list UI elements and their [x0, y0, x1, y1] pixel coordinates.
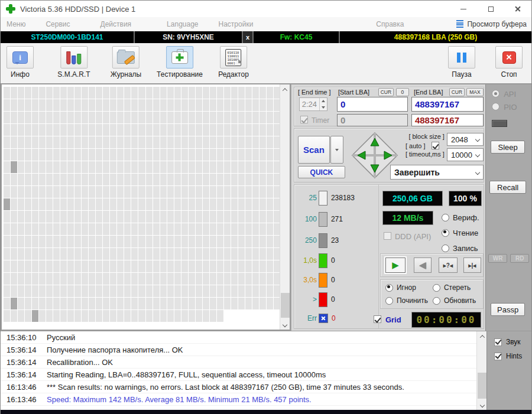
spinner-arrows[interactable]	[319, 98, 327, 110]
scan-block	[117, 211, 124, 223]
grid-checkbox[interactable]	[374, 315, 381, 323]
hints-checkbox-row[interactable]: Hints	[494, 352, 522, 360]
device-detach-button[interactable]: x	[243, 31, 254, 43]
buffer-view-button[interactable]: Просмотр буфера	[456, 20, 527, 28]
scan-block	[46, 124, 53, 136]
end-time-spinner[interactable]: 2:24	[299, 97, 327, 111]
scan-block	[53, 112, 60, 123]
scan-block	[96, 136, 102, 148]
test-tool-button[interactable]: Тестирование	[157, 46, 203, 79]
sound-checkbox-row[interactable]: Звук	[494, 338, 521, 346]
action-radio-1[interactable]: Стереть	[433, 283, 471, 292]
menu-item-0[interactable]: Меню	[7, 20, 25, 28]
scan-block	[217, 298, 223, 309]
scan-block	[89, 186, 95, 198]
scan-block	[18, 248, 24, 260]
end-lba-label: [End LBA]	[414, 89, 443, 96]
stat-row-250: 25023	[294, 233, 339, 248]
action-radio-0[interactable]: Игнор	[385, 283, 416, 292]
scan-block	[252, 186, 259, 198]
info-tool-button[interactable]: i Инфо	[7, 46, 34, 79]
scan-block	[259, 161, 266, 173]
auto-checkbox[interactable]	[432, 142, 439, 149]
start-zero-button[interactable]: 0	[396, 88, 409, 96]
hints-checkbox[interactable]	[494, 353, 502, 360]
scan-block	[210, 223, 216, 235]
block-size-combo[interactable]: 2048	[447, 133, 484, 146]
action-radio-3[interactable]: Обновить	[433, 296, 476, 305]
action-radio-2[interactable]: Починить	[385, 296, 428, 305]
stop-button[interactable]: Стоп	[495, 46, 523, 79]
scan-block	[67, 149, 74, 161]
seek-scan-button[interactable]: ▸?◂	[439, 257, 458, 273]
scan-block	[245, 198, 252, 210]
menu-item-3[interactable]: Language	[167, 20, 198, 28]
scan-block	[96, 87, 102, 99]
scan-block	[39, 198, 46, 210]
scan-block	[82, 211, 88, 223]
menu-item-1[interactable]: Сервис	[46, 20, 70, 28]
play-button[interactable]: ▶	[385, 257, 406, 273]
start-cur-button[interactable]: CUR	[378, 88, 394, 96]
scan-block	[11, 174, 17, 185]
smart-tool-button[interactable]: S.M.A.R.T	[57, 46, 90, 79]
sleep-button[interactable]: Sleep	[491, 141, 525, 154]
menu-item-4[interactable]: Настройки	[219, 20, 254, 28]
mode-radio-0[interactable]: Вериф.	[442, 213, 479, 222]
scan-block	[82, 273, 88, 285]
mode-radio-1[interactable]: Чтение	[442, 229, 478, 237]
scan-block	[146, 223, 153, 235]
scan-block	[53, 273, 60, 285]
sound-checkbox[interactable]	[494, 338, 502, 346]
mode-radio-2[interactable]: Запись	[442, 244, 478, 253]
close-button[interactable]	[504, 1, 531, 17]
passp-button[interactable]: Passp	[491, 303, 525, 316]
block-size-label: [ block size ]	[398, 133, 445, 140]
scan-block	[210, 161, 216, 173]
scan-dropdown-button[interactable]	[330, 136, 343, 164]
minimize-button[interactable]	[450, 1, 477, 17]
scroll-thumb[interactable]	[281, 293, 290, 318]
scan-block	[110, 112, 116, 123]
scan-block	[25, 211, 31, 223]
menu-item-5[interactable]: Справка	[376, 20, 404, 28]
scan-block	[46, 248, 53, 260]
scan-block	[196, 211, 202, 223]
scan-map-scrollbar[interactable]	[280, 84, 290, 330]
menu-item-2[interactable]: Действия	[100, 20, 132, 28]
timeout-combo[interactable]: 10000	[447, 148, 484, 161]
scroll-down-icon[interactable]	[280, 320, 290, 330]
end-lba-input2[interactable]: 488397167	[411, 114, 484, 126]
seek-end-button[interactable]: ▸|◂	[463, 257, 481, 273]
pio-radio	[492, 103, 499, 110]
rewind-button[interactable]: ◀	[414, 257, 432, 273]
end-lba-input[interactable]: 488397167	[411, 97, 484, 112]
scan-button[interactable]: Scan	[298, 136, 330, 164]
scroll-up-icon[interactable]	[280, 84, 290, 94]
editor-tool-button[interactable]: 010110 110011 101000 0001 Редактор	[218, 46, 249, 79]
scan-block	[131, 298, 138, 309]
recall-button[interactable]: Recall	[489, 181, 526, 194]
scan-block	[203, 260, 209, 272]
scan-block	[60, 198, 67, 210]
logs-tool-button[interactable]: Журналы	[111, 46, 141, 79]
after-action-combo[interactable]: Завершить	[390, 165, 484, 180]
log-scrollbar[interactable]	[476, 331, 486, 410]
scan-block	[131, 186, 138, 198]
scan-block	[252, 124, 259, 136]
scan-block	[259, 136, 266, 148]
pause-button[interactable]: Пауза	[448, 46, 475, 79]
scroll-thumb[interactable]	[478, 373, 486, 399]
scan-block	[82, 99, 88, 111]
scroll-up-icon[interactable]	[477, 331, 487, 341]
stat-row-1,0s: 1,0s0	[294, 253, 335, 268]
start-lba-input[interactable]: 0	[337, 97, 408, 112]
quick-button[interactable]: QUICK	[298, 166, 345, 178]
scan-block	[238, 124, 245, 136]
scan-block	[46, 223, 53, 235]
end-cur-button[interactable]: CUR	[449, 88, 465, 96]
maximize-button[interactable]	[477, 1, 504, 17]
end-max-button[interactable]: MAX	[466, 88, 484, 96]
stat-color-block	[319, 233, 327, 248]
scroll-down-icon[interactable]	[477, 400, 487, 410]
